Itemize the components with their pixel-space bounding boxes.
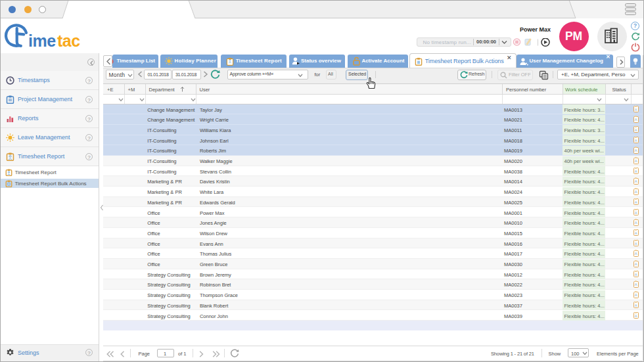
svg-text:ime: ime <box>28 32 56 50</box>
svg-text:tac: tac <box>57 32 80 50</box>
